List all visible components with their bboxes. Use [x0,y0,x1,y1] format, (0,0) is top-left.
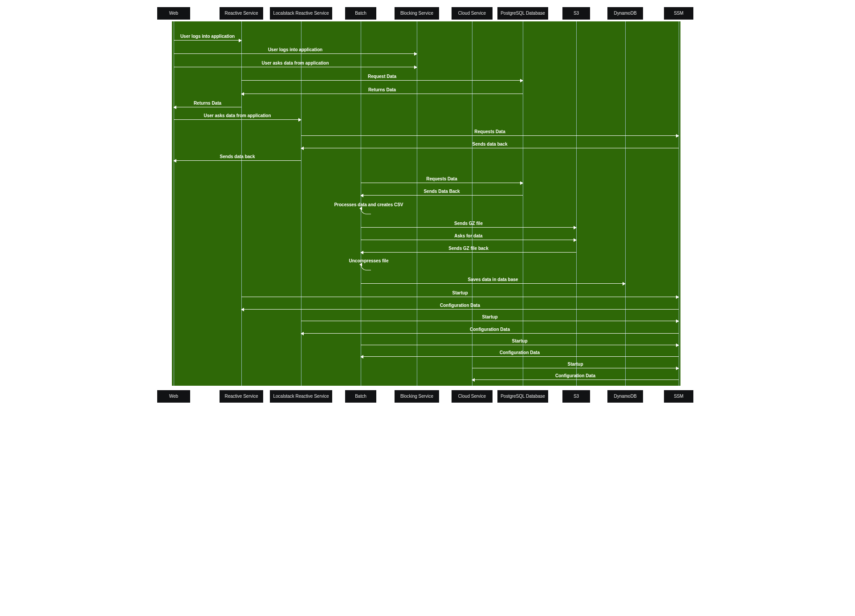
message-self-batch-16: Uncompresses file [349,258,389,264]
arrow-react-web-5 [174,107,241,107]
arrow-web-react-0 [174,40,241,41]
arrow-pg-react-4 [241,94,523,94]
arrow-react-pg-3 [241,80,523,81]
message-lrs-ssm-7: Requests Data [474,129,505,135]
arrow-pg-batch-11 [361,195,523,196]
arrow-ssm-cloud-25 [472,379,679,380]
participant-ssm-top: SSM [664,7,693,20]
message-batch-ssm-22: Startup [512,339,528,344]
message-react-ssm-18: Startup [452,290,468,296]
message-batch-s3-14: Asks for data [454,233,482,239]
participant-react-bottom: Reactive Service [220,390,263,403]
participant-lrs-bottom: Localstack Reactive Service [270,390,332,403]
lifeline-react [241,21,242,386]
message-lrs-ssm-20: Startup [482,314,498,320]
participant-react-top: Reactive Service [220,7,263,20]
participant-cloud-bottom: Cloud Service [452,390,493,403]
arrow-ssm-react-19 [241,309,679,310]
participant-lrs-top: Localstack Reactive Service [270,7,332,20]
arrow-batch-s3-13 [361,227,576,228]
arrow-batch-pg-10 [361,183,523,183]
arrow-batch-s3-14 [361,240,576,240]
sequence-diagram: WebWebReactive ServiceReactive ServiceLo… [142,0,712,411]
arrow-batch-ddb-17 [361,283,625,284]
arrow-ssm-lrs-21 [301,333,679,334]
lifeline-pg [523,21,523,386]
arrow-lrs-web-9 [174,160,301,161]
lifeline-lrs [301,21,301,386]
lifeline-ddb [625,21,626,386]
participant-ssm-bottom: SSM [664,390,693,403]
arrow-ssm-lrs-8 [301,148,679,148]
lifeline-web [174,21,174,386]
message-pg-react-4: Returns Data [368,87,396,93]
arrow-cloud-ssm-24 [472,368,679,368]
lifeline-ssm [679,21,679,386]
message-ssm-react-19: Configuration Data [440,303,480,308]
message-s3-batch-15: Sends GZ file back [448,246,488,251]
message-ssm-lrs-21: Configuration Data [470,327,510,332]
participant-block-bottom: Blocking Service [395,390,439,403]
message-pg-batch-11: Sends Data Back [423,189,460,194]
participant-cloud-top: Cloud Service [452,7,493,20]
message-web-block-1: User logs into application [268,47,322,53]
lifeline-s3 [576,21,577,386]
participant-pg-top: PostgreSQL Database [497,7,548,20]
arrow-batch-ssm-22 [361,345,679,345]
message-react-web-5: Returns Data [194,101,221,106]
participant-ddb-bottom: DynamoDB [607,390,643,403]
message-batch-pg-10: Requests Data [426,176,457,182]
arrow-lrs-ssm-20 [301,321,679,321]
message-cloud-ssm-24: Startup [568,362,583,367]
message-batch-ddb-17: Saves data in data base [468,277,518,282]
participant-s3-bottom: S3 [562,390,590,403]
arrow-lrs-ssm-7 [301,135,679,136]
participant-s3-top: S3 [562,7,590,20]
message-ssm-batch-23: Configuration Data [500,350,540,355]
participant-block-top: Blocking Service [395,7,439,20]
participant-web-bottom: Web [157,390,190,403]
message-ssm-cloud-25: Configuration Data [555,373,595,379]
participant-batch-top: Batch [345,7,376,20]
participant-ddb-top: DynamoDB [607,7,643,20]
arrow-web-lrs-6 [174,119,301,120]
arrow-web-block-1 [174,53,417,54]
message-web-block-2: User asks data from application [261,61,329,66]
message-lrs-web-9: Sends data back [220,154,255,159]
message-batch-s3-13: Sends GZ file [454,221,483,226]
arrow-ssm-batch-23 [361,356,679,357]
diagram-background [172,21,680,386]
arrow-s3-batch-15 [361,252,576,253]
message-react-pg-3: Request Data [368,74,396,79]
participant-batch-bottom: Batch [345,390,376,403]
arrow-react-ssm-18 [241,297,679,297]
message-self-batch-12: Processes data and creates CSV [334,202,403,208]
message-ssm-lrs-8: Sends data back [472,142,508,147]
message-web-react-0: User logs into application [180,34,235,39]
participant-web-top: Web [157,7,190,20]
message-web-lrs-6: User asks data from application [204,113,271,118]
participant-pg-bottom: PostgreSQL Database [497,390,548,403]
lifeline-block [417,21,417,386]
arrow-web-block-2 [174,67,417,67]
